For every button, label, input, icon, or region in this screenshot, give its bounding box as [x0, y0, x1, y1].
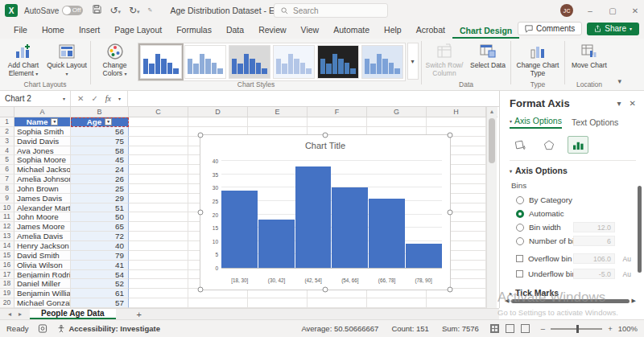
- tab-insert[interactable]: Insert: [72, 23, 107, 39]
- cell[interactable]: [129, 203, 188, 213]
- filter-button[interactable]: ▾: [105, 118, 112, 125]
- sheet-nav-right-icon[interactable]: ▸: [19, 310, 22, 318]
- tab-data[interactable]: Data: [219, 23, 251, 39]
- cell[interactable]: [129, 279, 188, 289]
- cell-b16[interactable]: 41: [71, 261, 129, 270]
- pane-close-icon[interactable]: ✕: [630, 99, 636, 108]
- x-tick-label[interactable]: (30, 42]: [258, 277, 295, 283]
- user-avatar[interactable]: JC: [560, 4, 573, 17]
- tab-review[interactable]: Review: [251, 23, 293, 39]
- row-header-6[interactable]: 6: [0, 165, 14, 175]
- change-chart-type-button[interactable]: Change Chart Type: [514, 41, 562, 78]
- cell-a16[interactable]: Olivia Wilson: [14, 261, 71, 270]
- cell[interactable]: [129, 175, 188, 184]
- cell-a5[interactable]: Sophia Moore: [14, 155, 71, 165]
- macro-record-icon[interactable]: [38, 324, 47, 333]
- cell-b15[interactable]: 79: [71, 251, 129, 261]
- tab-help[interactable]: Help: [377, 23, 409, 39]
- cell-a6[interactable]: Michael Jackson: [14, 165, 71, 175]
- cell-a20[interactable]: Michael Gonzalez: [14, 298, 71, 308]
- tab-formulas[interactable]: Formulas: [169, 23, 219, 39]
- formula-input[interactable]: [128, 91, 499, 106]
- cell-b9[interactable]: 29: [71, 194, 129, 203]
- cell-a14[interactable]: Henry Jackson: [14, 241, 71, 251]
- cell-b6[interactable]: 24: [71, 165, 129, 175]
- chart-style-6[interactable]: [361, 45, 403, 79]
- histogram-bar-1[interactable]: [221, 191, 258, 268]
- accessibility-status[interactable]: Accessibility: Investigate: [57, 324, 160, 333]
- customize-qat-icon[interactable]: ✎: [148, 7, 153, 14]
- cell[interactable]: [129, 165, 188, 175]
- cell[interactable]: [129, 241, 188, 251]
- cell-a17[interactable]: Benjamin Rodriguez: [14, 270, 71, 280]
- scroll-up-icon[interactable]: ▲: [487, 107, 497, 117]
- row-header-20[interactable]: 20: [0, 298, 14, 308]
- column-header-c[interactable]: C: [129, 107, 188, 117]
- chart-style-4[interactable]: [273, 45, 315, 79]
- effects-icon[interactable]: [539, 136, 559, 154]
- cell-b3[interactable]: 75: [71, 137, 129, 146]
- auto-button[interactable]: Au: [623, 255, 631, 263]
- comments-button[interactable]: Comments: [518, 22, 582, 35]
- select-data-button[interactable]: Select Data: [467, 41, 509, 70]
- cell-a10[interactable]: Alexander Martin: [14, 203, 71, 213]
- scroll-right-icon[interactable]: ▶: [632, 298, 636, 304]
- chart-style-3[interactable]: [229, 45, 270, 79]
- cell-a15[interactable]: David Smith: [14, 251, 71, 261]
- row-header-8[interactable]: 8: [0, 184, 14, 194]
- tab-file[interactable]: File: [6, 23, 35, 39]
- cell[interactable]: [129, 261, 188, 270]
- cell[interactable]: [129, 212, 188, 222]
- chart-title[interactable]: Chart Title: [200, 141, 450, 150]
- redo-icon[interactable]: ↻▾: [129, 5, 140, 16]
- cell-a13[interactable]: Amelia Davis: [14, 232, 71, 241]
- selection-handle[interactable]: [448, 133, 453, 138]
- cell[interactable]: [129, 298, 188, 308]
- tab-text-options[interactable]: Text Options: [572, 117, 618, 127]
- page-layout-view-button[interactable]: [506, 324, 514, 333]
- scrollbar-thumb[interactable]: [489, 118, 495, 163]
- checkbox-overflow-bin[interactable]: Overflow bin106.0Au: [510, 251, 636, 266]
- close-button[interactable]: ✕: [630, 6, 641, 15]
- column-header-h[interactable]: H: [427, 107, 486, 117]
- row-header-18[interactable]: 18: [0, 279, 14, 289]
- section-axis-options[interactable]: ▾Axis Options: [510, 166, 636, 175]
- row-header-16[interactable]: 16: [0, 261, 14, 270]
- cell[interactable]: [427, 117, 486, 127]
- row-header-1[interactable]: 1: [0, 117, 14, 127]
- row-header-19[interactable]: 19: [0, 289, 14, 298]
- zoom-out-button[interactable]: –: [541, 324, 545, 333]
- cell-a3[interactable]: David Davis: [14, 137, 71, 146]
- sheet-tab-people-age-data[interactable]: People Age Data: [30, 309, 116, 319]
- histogram-bar-3[interactable]: [295, 166, 332, 268]
- enter-icon[interactable]: ✓: [91, 94, 97, 103]
- move-chart-button[interactable]: Move Chart: [568, 41, 610, 70]
- row-header-7[interactable]: 7: [0, 175, 14, 184]
- chart-style-1[interactable]: [140, 45, 182, 79]
- cell[interactable]: [129, 251, 188, 261]
- cell-b19[interactable]: 61: [71, 289, 129, 298]
- cell-b18[interactable]: 52: [71, 279, 129, 289]
- cell-b2[interactable]: 56: [71, 127, 129, 137]
- page-break-view-button[interactable]: [521, 324, 530, 333]
- cell[interactable]: [308, 117, 367, 127]
- column-header-b[interactable]: B: [71, 107, 129, 117]
- x-tick-label[interactable]: [18, 30]: [221, 277, 258, 283]
- tab-acrobat[interactable]: Acrobat: [409, 23, 452, 39]
- cell-a12[interactable]: James Moore: [14, 222, 71, 232]
- cell[interactable]: [129, 194, 188, 203]
- search-input[interactable]: Search: [274, 3, 388, 18]
- x-tick-label[interactable]: (54, 66]: [332, 277, 369, 283]
- zoom-level[interactable]: 100%: [618, 324, 638, 333]
- cell-a8[interactable]: John Brown: [14, 184, 71, 194]
- histogram-bar-5[interactable]: [369, 199, 405, 268]
- radio-number-of-bins[interactable]: Number of bins6: [510, 234, 636, 248]
- cell[interactable]: [129, 222, 188, 232]
- cell[interactable]: [129, 117, 188, 127]
- cell[interactable]: [367, 117, 427, 127]
- minimize-button[interactable]: –: [584, 6, 596, 15]
- cell[interactable]: [188, 298, 248, 308]
- add-chart-element-button[interactable]: Add Chart Element ▾: [2, 41, 44, 78]
- column-header-a[interactable]: A: [14, 107, 71, 117]
- cell-b12[interactable]: 65: [71, 222, 129, 232]
